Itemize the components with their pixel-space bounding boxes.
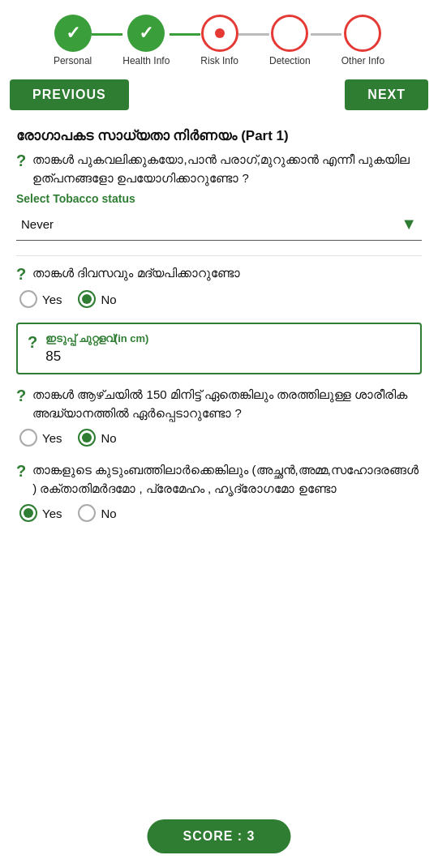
step-label-personal: Personal xyxy=(54,55,92,66)
alcohol-radio-group: Yes No xyxy=(19,290,422,308)
step-circle-personal: ✓ xyxy=(54,15,92,52)
exercise-radio-group: Yes No xyxy=(19,429,422,447)
question-text-alcohol: താങ്കൾ ദിവസവും മദ്യപിക്കാറുണ്ടോ xyxy=(32,264,239,283)
step-label-riskinfo: Risk Info xyxy=(200,55,238,66)
svg-point-0 xyxy=(215,28,225,38)
waist-input-block[interactable]: ? ഇടുപ്പ് ചുറ്റളവ്(in cm) 85 xyxy=(16,323,422,374)
alcohol-yes-label: Yes xyxy=(42,293,62,306)
family-no-option[interactable]: No xyxy=(78,504,116,522)
next-button[interactable]: NEXT xyxy=(345,79,428,110)
question-text-exercise: താങ്കൾ ആഴ്ചയിൽ 150 മിനിട്ട് ഏതെങ്കിലും ത… xyxy=(32,386,422,422)
question-icon-exercise: ? xyxy=(16,387,26,405)
question-alcohol: ? താങ്കൾ ദിവസവും മദ്യപിക്കാറുണ്ടോ Yes No xyxy=(16,264,422,308)
nav-bar: PREVIOUS NEXT xyxy=(0,73,438,117)
previous-button[interactable]: PREVIOUS xyxy=(10,79,129,110)
tobacco-select-label: Select Tobacco status xyxy=(16,192,422,205)
step-circle-healthinfo: ✓ xyxy=(127,15,165,52)
family-radio-group: Yes No xyxy=(19,504,422,522)
step-healthinfo[interactable]: ✓ Health Info xyxy=(122,15,170,66)
divider-1 xyxy=(16,255,422,256)
tobacco-dropdown[interactable]: Never ▼ xyxy=(16,208,422,241)
content-area: രോഗാപകട സാധ്യതാ നിർണയം (Part 1) ? താങ്കൾ… xyxy=(0,117,438,601)
waist-input-value[interactable]: 85 xyxy=(45,348,410,365)
section-title: രോഗാപകട സാധ്യതാ നിർണയം (Part 1) xyxy=(16,128,422,144)
waist-field-label: ഇടുപ്പ് ചുറ്റളവ്(in cm) xyxy=(45,332,410,345)
exercise-no-label: No xyxy=(101,431,116,445)
alcohol-no-option[interactable]: No xyxy=(78,290,116,308)
exercise-no-radio-fill xyxy=(82,433,92,443)
chevron-down-icon: ▼ xyxy=(401,215,417,233)
step-label-healthinfo: Health Info xyxy=(122,55,170,66)
family-yes-label: Yes xyxy=(42,507,62,520)
step-riskinfo[interactable]: Risk Info xyxy=(200,15,238,66)
alcohol-no-label: No xyxy=(101,293,116,306)
step-line-4 xyxy=(311,33,341,36)
score-badge: SCORE : 3 xyxy=(147,819,290,853)
exercise-no-option[interactable]: No xyxy=(78,429,116,447)
step-line-2 xyxy=(170,33,200,36)
step-line-1 xyxy=(92,33,122,36)
step-circle-detection xyxy=(271,15,308,52)
question-icon-tobacco: ? xyxy=(16,152,26,170)
family-yes-radio[interactable] xyxy=(19,504,37,522)
question-text-tobacco: താങ്കൾ പുകവലിക്കുകയോ,പാൻ പരാഗ്,മുറുക്കാൻ… xyxy=(32,151,422,187)
alcohol-no-radio[interactable] xyxy=(78,290,96,308)
family-no-label: No xyxy=(101,507,116,520)
step-label-otherinfo: Other Info xyxy=(341,55,384,66)
exercise-yes-option[interactable]: Yes xyxy=(19,429,62,447)
question-exercise: ? താങ്കൾ ആഴ്ചയിൽ 150 മിനിട്ട് ഏതെങ്കിലും… xyxy=(16,386,422,447)
question-icon-alcohol: ? xyxy=(16,265,26,284)
alcohol-yes-option[interactable]: Yes xyxy=(19,290,62,308)
step-label-detection: Detection xyxy=(269,55,311,66)
step-circle-otherinfo xyxy=(344,15,381,52)
step-otherinfo[interactable]: Other Info xyxy=(341,15,384,66)
question-icon-family: ? xyxy=(16,462,26,481)
waist-input-content: ഇടുപ്പ് ചുറ്റളവ്(in cm) 85 xyxy=(45,332,410,365)
exercise-yes-label: Yes xyxy=(42,431,62,445)
question-family: ? താങ്കളുടെ കുടുംബത്തിലാർക്കെങ്കിലും (അച… xyxy=(16,461,422,522)
question-tobacco: ? താങ്കൾ പുകവലിക്കുകയോ,പാൻ പരാഗ്,മുറുക്ക… xyxy=(16,151,422,241)
tobacco-dropdown-value: Never xyxy=(21,217,54,231)
alcohol-yes-radio[interactable] xyxy=(19,290,37,308)
step-line-3 xyxy=(238,33,269,36)
question-icon-waist: ? xyxy=(28,333,37,352)
question-text-family: താങ്കളുടെ കുടുംബത്തിലാർക്കെങ്കിലും (അച്ഛ… xyxy=(32,461,422,498)
exercise-no-radio[interactable] xyxy=(78,429,96,447)
step-detection[interactable]: Detection xyxy=(269,15,311,66)
family-no-radio[interactable] xyxy=(78,504,96,522)
family-yes-radio-fill xyxy=(24,508,33,518)
alcohol-no-radio-fill xyxy=(82,294,92,304)
exercise-yes-radio[interactable] xyxy=(19,429,37,447)
family-yes-option[interactable]: Yes xyxy=(19,504,62,522)
step-circle-riskinfo xyxy=(201,15,238,52)
stepper: ✓ Personal ✓ Health Info Risk Info Detec… xyxy=(0,0,438,73)
step-personal[interactable]: ✓ Personal xyxy=(54,15,92,66)
